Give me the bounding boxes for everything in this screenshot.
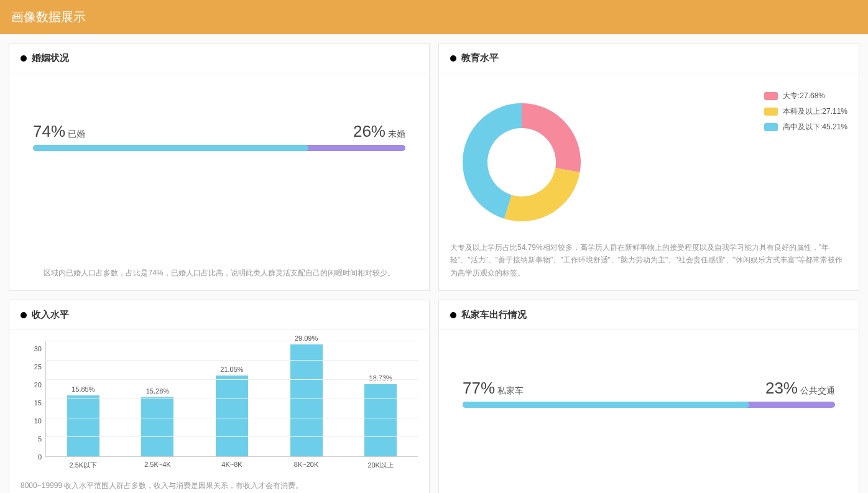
dashboard-grid: 婚姻状况 74% 已婚 26% 未婚 区域内已婚人口占多数，占 xyxy=(0,34,868,493)
grid-line xyxy=(46,399,418,399)
card-body: 74% 已婚 26% 未婚 区域内已婚人口占多数，占比是74%，已婚人口占比高，… xyxy=(9,73,429,290)
y-tick: 25 xyxy=(21,363,42,371)
card-title-row: 婚姻状况 xyxy=(9,44,429,73)
x-tick-label: 2.5K~4K xyxy=(124,461,192,470)
card-title-row: 教育水平 xyxy=(439,44,859,73)
right-percent: 26% xyxy=(353,122,386,141)
card-title-row: 收入水平 xyxy=(9,300,429,330)
left-label: 已婚 xyxy=(68,129,85,140)
card-income: 收入水平 302520151050 15.85%15.28%21.05%29.0… xyxy=(9,300,430,493)
right-label: 未婚 xyxy=(388,129,405,140)
progress-left-group: 74% 已婚 xyxy=(33,122,85,141)
card-body: 77% 私家车 23% 公共交通 商圈内私家车出行占比77%相对较高， 说明本地… xyxy=(439,330,859,493)
bar-rect xyxy=(290,344,323,456)
legend: 大专:27.68%本科及以上:27.11%高中及以下:45.21% xyxy=(764,91,847,132)
y-axis: 302520151050 xyxy=(21,341,42,457)
legend-swatch xyxy=(764,92,778,100)
plot-area: 15.85%15.28%21.05%29.09%18.73% 2.5K以下2.5… xyxy=(45,341,418,457)
card-marriage: 婚姻状况 74% 已婚 26% 未婚 区域内已婚人口占多数，占 xyxy=(9,43,430,291)
bar-value-label: 18.73% xyxy=(369,374,392,382)
left-percent: 77% xyxy=(463,379,495,398)
progress-labels: 77% 私家车 23% 公共交通 xyxy=(463,379,835,398)
bullet-icon xyxy=(450,312,456,318)
bar-column: 18.73% xyxy=(347,374,414,456)
bar-column: 15.85% xyxy=(50,385,117,456)
card-desc: 8000~19999 收入水平范围人群占多数，收入与消费是因果关系，有收入才会有… xyxy=(21,472,418,493)
progress-section: 77% 私家车 23% 公共交通 xyxy=(450,341,847,420)
bar-value-label: 15.28% xyxy=(146,387,169,395)
page-title: 画像数据展示 xyxy=(11,10,86,24)
bar-chart: 302520151050 15.85%15.28%21.05%29.09%18.… xyxy=(21,341,418,472)
donut-slice xyxy=(504,168,580,221)
bullet-icon xyxy=(21,55,27,62)
bars-container: 15.85%15.28%21.05%29.09%18.73% xyxy=(46,341,418,456)
bar-rect xyxy=(141,397,173,456)
grid-line xyxy=(46,341,418,341)
progress-right-group: 26% 未婚 xyxy=(353,122,405,141)
y-tick: 20 xyxy=(21,381,42,389)
progress-section: 74% 已婚 26% 未婚 xyxy=(21,85,418,164)
y-tick: 5 xyxy=(21,435,42,443)
legend-label: 本科及以上:27.11% xyxy=(783,106,847,117)
card-desc: 区域内已婚人口占多数，占比是74%，已婚人口占比高，说明此类人群灵活支配自己的闲… xyxy=(21,259,418,279)
legend-label: 大专:27.68% xyxy=(783,91,825,101)
progress-fill xyxy=(33,145,308,151)
right-percent: 23% xyxy=(765,379,798,398)
card-desc: 大专及以上学历占比54.79%相对较多，高学历人群在新鲜事物上的接受程度以及自我… xyxy=(450,234,847,279)
card-body: 大专:27.68%本科及以上:27.11%高中及以下:45.21% 大专及以上学… xyxy=(439,73,859,290)
donut-slice xyxy=(522,103,581,172)
progress-fill xyxy=(463,402,749,408)
progress-right-group: 23% 公共交通 xyxy=(765,379,835,398)
progress-labels: 74% 已婚 26% 未婚 xyxy=(33,122,405,141)
y-tick: 10 xyxy=(21,417,42,425)
legend-swatch xyxy=(764,108,778,116)
x-tick-label: 2.5K以下 xyxy=(50,461,117,470)
right-label: 公共交通 xyxy=(800,385,835,397)
left-label: 私家车 xyxy=(497,385,524,397)
card-title-row: 私家车出行情况 xyxy=(439,300,859,330)
card-title-text: 婚姻状况 xyxy=(32,52,69,64)
legend-item[interactable]: 高中及以下:45.21% xyxy=(764,122,847,132)
legend-item[interactable]: 大专:27.68% xyxy=(764,91,847,101)
grid-line xyxy=(46,360,418,361)
bar-value-label: 15.85% xyxy=(72,385,95,393)
bar-rect xyxy=(364,384,397,456)
y-tick: 0 xyxy=(21,453,42,461)
card-title-text: 私家车出行情况 xyxy=(461,309,527,321)
bullet-icon xyxy=(450,55,456,62)
card-title-text: 教育水平 xyxy=(461,52,499,64)
bar-column: 29.09% xyxy=(273,334,340,456)
donut-chart xyxy=(450,91,593,234)
bullet-icon xyxy=(21,312,27,318)
card-car: 私家车出行情况 77% 私家车 23% 公共交通 商圈内私家车 xyxy=(438,300,859,493)
card-body: 302520151050 15.85%15.28%21.05%29.09%18.… xyxy=(9,330,429,493)
bar-rect xyxy=(67,395,99,456)
bar-value-label: 21.05% xyxy=(220,366,243,373)
x-tick-label: 4K~8K xyxy=(198,461,265,470)
legend-swatch xyxy=(764,123,778,131)
legend-item[interactable]: 本科及以上:27.11% xyxy=(764,106,847,117)
page-header: 画像数据展示 xyxy=(0,0,868,34)
card-education: 教育水平 大专:27.68%本科及以上:27.11%高中及以下:45.21% 大… xyxy=(438,43,859,291)
grid-line xyxy=(46,436,418,437)
legend-label: 高中及以下:45.21% xyxy=(783,122,847,132)
bar-rect xyxy=(216,376,248,457)
progress-bar xyxy=(33,145,405,151)
progress-bar xyxy=(463,402,835,408)
progress-left-group: 77% 私家车 xyxy=(463,379,524,398)
left-percent: 74% xyxy=(33,122,65,141)
grid-line xyxy=(46,379,418,380)
x-axis-labels: 2.5K以下2.5K~4K4K~8K8K~20K20K以上 xyxy=(46,461,418,470)
grid-line xyxy=(46,418,418,418)
card-title-text: 收入水平 xyxy=(32,309,69,321)
donut-row: 大专:27.68%本科及以上:27.11%高中及以下:45.21% xyxy=(450,85,847,234)
x-tick-label: 8K~20K xyxy=(273,461,340,470)
y-tick: 15 xyxy=(21,399,42,407)
y-tick: 30 xyxy=(21,345,42,352)
x-tick-label: 20K以上 xyxy=(347,461,414,470)
